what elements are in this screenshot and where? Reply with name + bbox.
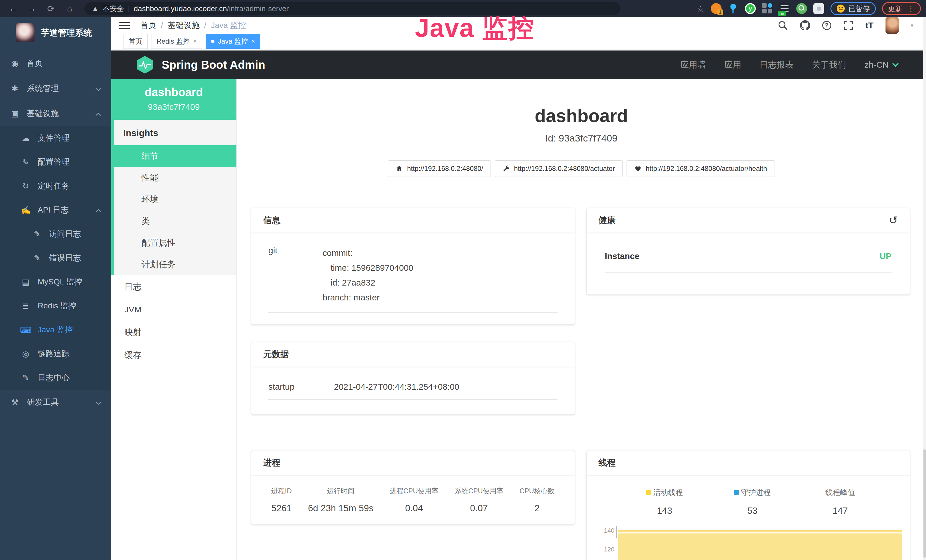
browser-actions: ☆ 1 y on 已暂停 更新 ⋮	[697, 2, 921, 15]
sba-insights-group: Insights 细节 性能 环境 类 配置属性 计划任务	[111, 120, 236, 275]
reload-icon[interactable]: ⟳	[43, 4, 59, 14]
font-size-icon[interactable]: tT	[865, 21, 873, 30]
chevron-down-icon	[95, 398, 101, 407]
sidebar-item-redis-monitor[interactable]: ≣ Redis 监控	[0, 294, 111, 318]
sidebar-item-tracing[interactable]: ◎ 链路追踪	[0, 342, 111, 366]
paused-label: 已暂停	[849, 4, 870, 14]
bookmark-star-icon[interactable]: ☆	[697, 4, 704, 14]
sba-nav-about[interactable]: 关于我们	[812, 59, 846, 71]
sba-item-metrics[interactable]: 性能	[114, 167, 236, 189]
extension-badge: 1	[717, 9, 723, 15]
sidebar-item-error-logs[interactable]: ✎ 错误日志	[0, 246, 111, 270]
security-label: 不安全	[103, 4, 124, 14]
sidebar-item-home[interactable]: ◉ 首页	[0, 51, 111, 76]
sba-item-classes[interactable]: 类	[114, 210, 236, 232]
sba-active-app[interactable]: dashboard 93a3fc7f7409	[111, 79, 236, 120]
update-browser-button[interactable]: 更新 ⋮	[882, 2, 921, 15]
live-threads-swatch	[646, 490, 651, 495]
chevron-up-icon	[95, 109, 101, 118]
log-center-icon: ✎	[20, 373, 31, 383]
sidebar-item-mysql-monitor[interactable]: ▤ MySQL 监控	[0, 270, 111, 294]
sba-item-caches[interactable]: 缓存	[111, 344, 236, 366]
address-bar[interactable]: ▲ 不安全 | dashboard.yudao.iocoder.cn/infra…	[85, 2, 620, 15]
sba-item-scheduled[interactable]: 计划任务	[114, 254, 236, 275]
info-card-title: 信息	[263, 215, 280, 226]
extension-y-icon[interactable]: y	[745, 3, 756, 14]
chevron-down-icon	[95, 84, 101, 93]
sba-item-config-props[interactable]: 配置属性	[114, 232, 236, 254]
url-path: /infra/admin-server	[227, 4, 289, 13]
forward-icon[interactable]: →	[24, 4, 40, 14]
active-dot	[211, 40, 215, 43]
sba-item-logs[interactable]: 日志	[111, 275, 236, 298]
metadata-card: 元数据 startup 2021-04-27T00:44:31.254+08:0…	[251, 342, 575, 415]
home-icon[interactable]: ⌂	[62, 4, 77, 14]
sba-item-environment[interactable]: 环境	[114, 189, 236, 210]
extension-magnifier-icon[interactable]	[796, 3, 807, 14]
tab-java-monitor[interactable]: Java 监控 ×	[206, 34, 260, 49]
instance-actuator-link[interactable]: http://192.168.0.2:48080/actuator	[495, 160, 623, 177]
sidebar-item-access-logs[interactable]: ✎ 访问日志	[0, 222, 111, 246]
collapse-sidebar-icon[interactable]	[119, 22, 130, 29]
sidebar-item-file-management[interactable]: ☁ 文件管理	[0, 126, 111, 150]
close-icon[interactable]: ×	[193, 38, 197, 45]
live-threads-area	[618, 530, 903, 560]
sba-nav-wallboard[interactable]: 应用墙	[680, 59, 706, 71]
tab-home[interactable]: 首页	[123, 34, 148, 49]
sba-locale-select[interactable]: zh-CN	[864, 60, 899, 70]
live-threads: 活动线程 143	[621, 487, 709, 516]
sidebar-item-java-monitor[interactable]: ⌨ Java 监控	[0, 318, 111, 342]
page-scrollbar[interactable]	[923, 17, 926, 560]
history-icon[interactable]: ↺	[889, 214, 898, 227]
browser-menu-icon[interactable]: ⋮	[907, 4, 915, 14]
sba-item-mappings[interactable]: 映射	[111, 321, 236, 344]
instance-home-link[interactable]: http://192.168.0.2:48080/	[388, 160, 491, 177]
user-avatar[interactable]	[885, 17, 899, 34]
git-commit-details: commit: time: 1596289704000 id: 27aa832 …	[322, 246, 413, 305]
sidebar-item-system[interactable]: ✱ 系统管理	[0, 76, 111, 101]
scrollbar-thumb[interactable]	[923, 449, 926, 558]
daemon-threads-swatch	[734, 490, 739, 495]
back-icon[interactable]: ←	[5, 4, 21, 14]
sba-item-jvm[interactable]: JVM	[111, 298, 236, 321]
extensions-puzzle-icon[interactable]	[813, 3, 824, 14]
breadcrumb-infrastructure[interactable]: 基础设施	[168, 20, 200, 31]
y-tick-120: 120	[600, 546, 614, 553]
sba-item-details[interactable]: 细节	[111, 145, 236, 167]
search-icon[interactable]	[778, 20, 788, 30]
sidebar-item-config-management[interactable]: ✎ 配置管理	[0, 150, 111, 174]
sidebar-menu: ◉ 首页 ✱ 系统管理 ▣ 基础设施 ☁ 文件管理	[0, 51, 111, 560]
toolbox-icon: ⚒	[9, 398, 21, 407]
threads-card-title: 线程	[599, 457, 616, 469]
avatar-caret-icon[interactable]: ▾	[911, 22, 914, 29]
instance-health-link[interactable]: http://192.168.0.2:48080/actuator/health	[626, 160, 775, 177]
sba-nav-journal[interactable]: 日志报表	[760, 59, 794, 71]
app-logo-row[interactable]: 芋道管理系统	[0, 17, 111, 51]
help-icon[interactable]: ?	[822, 21, 831, 30]
cloud-upload-icon: ☁	[20, 133, 31, 143]
fullscreen-icon[interactable]	[843, 20, 853, 30]
process-cpu: 进程CPU使用率 0.04	[390, 486, 438, 513]
sidebar-item-dev-tools[interactable]: ⚒ 研发工具	[0, 390, 111, 415]
extension-pin-icon[interactable]	[728, 3, 738, 14]
extension-grid-icon[interactable]	[762, 3, 773, 14]
profile-paused-chip[interactable]: 已暂停	[831, 2, 876, 15]
sidebar-item-api-logs[interactable]: ✍ API 日志	[0, 198, 111, 222]
sidebar-item-log-center[interactable]: ✎ 日志中心	[0, 366, 111, 390]
url-separator: |	[128, 5, 130, 12]
breadcrumb-home[interactable]: 首页	[140, 20, 156, 31]
error-log-icon: ✎	[31, 253, 43, 263]
sidebar-item-scheduled-tasks[interactable]: ↻ 定时任务	[0, 174, 111, 198]
tab-redis-monitor[interactable]: Redis 监控 ×	[151, 34, 202, 49]
spring-boot-admin: Spring Boot Admin 应用墙 应用 日志报表 关于我们 zh-CN	[111, 50, 926, 560]
extension-list-icon[interactable]: on	[779, 3, 790, 14]
startup-label: startup	[268, 382, 334, 392]
github-icon[interactable]	[800, 20, 810, 30]
close-icon[interactable]: ×	[251, 38, 255, 45]
annotation-java-monitor: Java 监控	[415, 11, 534, 45]
extension-colorzilla-icon[interactable]: 1	[711, 3, 722, 14]
sidebar-item-infrastructure[interactable]: ▣ 基础设施	[0, 101, 111, 126]
peak-threads: 线程峰值 147	[796, 487, 884, 516]
sba-nav-applications[interactable]: 应用	[724, 59, 741, 71]
y-axis	[616, 526, 617, 538]
